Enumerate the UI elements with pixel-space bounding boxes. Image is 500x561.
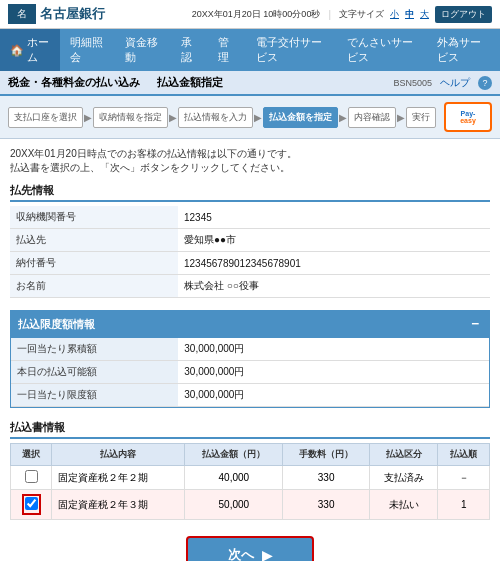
col-select: 選択	[11, 444, 52, 466]
col-order: 払込順	[438, 444, 490, 466]
help-button[interactable]: ヘルプ	[440, 76, 470, 90]
next-button[interactable]: 次へ ▶	[186, 536, 314, 561]
limit-section-body: 一回当たり累積額 30,000,000円 本日の払込可能額 30,000,000…	[10, 338, 490, 408]
payment-row1-checkbox[interactable]	[25, 470, 38, 483]
nav-home[interactable]: 🏠 ホーム	[0, 29, 60, 71]
nav-forex-label: 外為サービス	[437, 35, 490, 65]
screen-id: BSN5005	[393, 78, 432, 88]
payment-row2-order: 1	[438, 490, 490, 520]
page-title: 税金・各種料金の払い込み	[8, 76, 140, 88]
font-small-button[interactable]: 小	[390, 8, 399, 21]
nav-transfer[interactable]: 資金移動	[115, 29, 170, 71]
payment-row1-fee: 330	[283, 466, 370, 490]
intro-line2: 払込書を選択の上、「次へ」ボタンをクリックしてください。	[10, 161, 490, 175]
nav-approve-label: 承認	[181, 35, 199, 65]
col-fee: 手数料（円）	[283, 444, 370, 466]
payee-table: 収納機関番号 12345 払込先 愛知県●●市 納付番号 12345678901…	[10, 206, 490, 298]
button-area: 次へ ▶	[10, 536, 490, 561]
table-row: 一日当たり限度額 30,000,000円	[11, 384, 489, 407]
payment-section: 払込書情報 選択 払込内容 払込金額（円） 手数料（円） 払込区分 払込順	[10, 420, 490, 520]
wizard-arrow-1: ▶	[84, 112, 92, 123]
nav-statement[interactable]: 明細照会	[60, 29, 115, 71]
wizard-step-6[interactable]: 実行	[406, 107, 436, 128]
intro-line1: 20XX年01月20日時点でのお客様の払込情報は以下の通りです。	[10, 147, 490, 161]
nav-forex[interactable]: 外為サービス	[427, 29, 500, 71]
col-desc: 払込内容	[52, 444, 185, 466]
nav-densai[interactable]: でんさいサービス	[337, 29, 428, 71]
navigation-bar: 🏠 ホーム 明細照会 資金移動 承認 管理 電子交付サービス でんさいサービス …	[0, 29, 500, 71]
payee-row1-value: 12345	[178, 206, 490, 229]
limit-row2-value: 30,000,000円	[178, 361, 489, 384]
datetime: 20XX年01月20日 10時00分00秒	[192, 8, 321, 21]
table-row: 本日の払込可能額 30,000,000円	[11, 361, 489, 384]
table-row: 収納機関番号 12345	[10, 206, 490, 229]
payment-row2-amount: 50,000	[185, 490, 283, 520]
wizard-arrow-5: ▶	[397, 112, 405, 123]
nav-manage-label: 管理	[218, 35, 236, 65]
payment-row2-desc: 固定資産税２年３期	[52, 490, 185, 520]
payment-row2-checkbox[interactable]	[25, 497, 38, 510]
main-content: 20XX年01月20日時点でのお客様の払込情報は以下の通りです。 払込書を選択の…	[0, 139, 500, 561]
col-amount: 払込金額（円）	[185, 444, 283, 466]
limit-row3-label: 一日当たり限度額	[11, 384, 178, 407]
font-size-label: 文字サイズ	[339, 8, 384, 21]
bank-name: 名古屋銀行	[40, 5, 105, 23]
col-type: 払込区分	[369, 444, 437, 466]
intro-text: 20XX年01月20日時点でのお客様の払込情報は以下の通りです。 払込書を選択の…	[10, 147, 490, 175]
wizard-step-2[interactable]: 収納情報を指定	[93, 107, 168, 128]
bank-logo: 名古屋銀行	[8, 4, 105, 24]
nav-edoc[interactable]: 電子交付サービス	[246, 29, 337, 71]
table-row: お名前 株式会社 ○○役事	[10, 275, 490, 298]
limit-row1-label: 一回当たり累積額	[11, 338, 178, 361]
limit-section: 払込限度額情報 － 一回当たり累積額 30,000,000円 本日の払込可能額 …	[10, 310, 490, 408]
payment-row1-desc: 固定資産税２年２期	[52, 466, 185, 490]
logout-button[interactable]: ログアウト	[435, 6, 492, 23]
page-subtitle: 払込金額指定	[157, 76, 223, 88]
table-row: 払込先 愛知県●●市	[10, 229, 490, 252]
payee-row1-label: 収納機関番号	[10, 206, 178, 229]
wizard-step-1[interactable]: 支払口座を選択	[8, 107, 83, 128]
nav-manage[interactable]: 管理	[208, 29, 246, 71]
next-arrow-icon: ▶	[262, 548, 272, 562]
payee-row2-label: 払込先	[10, 229, 178, 252]
nav-transfer-label: 資金移動	[125, 35, 160, 65]
payee-row2-value: 愛知県●●市	[178, 229, 490, 252]
payment-row-2: 固定資産税２年３期 50,000 330 未払い 1	[11, 490, 490, 520]
header-right: 20XX年01月20日 10時00分00秒 | 文字サイズ 小 中 大 ログアウ…	[192, 6, 492, 23]
payee-row4-value: 株式会社 ○○役事	[178, 275, 490, 298]
collapse-icon[interactable]: －	[468, 315, 482, 333]
wizard-step-5[interactable]: 内容確認	[348, 107, 396, 128]
wizard-arrow-4: ▶	[339, 112, 347, 123]
payee-row4-label: お名前	[10, 275, 178, 298]
payee-section-title: 払先情報	[10, 183, 490, 202]
payment-row2-type: 未払い	[369, 490, 437, 520]
help-icon[interactable]: ?	[478, 76, 492, 90]
pay-easy-logo: Pay- easy	[444, 102, 492, 132]
payment-row1-checkbox-cell[interactable]	[11, 466, 52, 490]
font-large-button[interactable]: 大	[420, 8, 429, 21]
page-title-bar: 税金・各種料金の払い込み 払込金額指定 BSN5005 ヘルプ ?	[0, 71, 500, 96]
payment-row-1: 固定資産税２年２期 40,000 330 支払済み －	[11, 466, 490, 490]
payee-row3-label: 納付番号	[10, 252, 178, 275]
nav-approve[interactable]: 承認	[171, 29, 209, 71]
wizard-step-4[interactable]: 払込金額を指定	[263, 107, 338, 128]
nav-edoc-label: 電子交付サービス	[256, 35, 327, 65]
payment-row2-fee: 330	[283, 490, 370, 520]
payment-table-header: 選択 払込内容 払込金額（円） 手数料（円） 払込区分 払込順	[11, 444, 490, 466]
page-header-bar: 名古屋銀行 20XX年01月20日 10時00分00秒 | 文字サイズ 小 中 …	[0, 0, 500, 29]
wizard-arrow-3: ▶	[254, 112, 262, 123]
limit-row2-label: 本日の払込可能額	[11, 361, 178, 384]
wizard-step-3[interactable]: 払込情報を入力	[178, 107, 253, 128]
payment-row1-order: －	[438, 466, 490, 490]
payee-row3-value: 123456789012345678901	[178, 252, 490, 275]
limit-section-title: 払込限度額情報	[18, 317, 95, 332]
page-breadcrumb: 税金・各種料金の払い込み 払込金額指定	[8, 75, 223, 90]
limit-row3-value: 30,000,000円	[178, 384, 489, 407]
home-icon: 🏠	[10, 44, 24, 57]
limit-section-header: 払込限度額情報 －	[10, 310, 490, 338]
payment-row2-checkbox-cell[interactable]	[11, 490, 52, 520]
bank-logo-icon	[8, 4, 36, 24]
font-medium-button[interactable]: 中	[405, 8, 414, 21]
payment-section-title: 払込書情報	[10, 420, 490, 439]
payment-table: 選択 払込内容 払込金額（円） 手数料（円） 払込区分 払込順 固定資産税２年２…	[10, 443, 490, 520]
